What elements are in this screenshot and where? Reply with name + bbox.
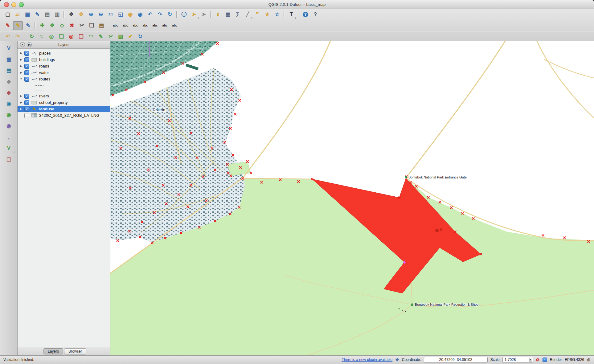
pan-to-selection-button[interactable]: ✥ (76, 10, 86, 19)
zoom-to-layer-button[interactable]: ◉ (136, 10, 145, 19)
current-edits-button[interactable]: ✎▾ (3, 21, 12, 30)
plugin-link[interactable]: There is a new plugin available (342, 358, 392, 362)
split-features-button[interactable]: ✂ (106, 32, 115, 41)
layer-item-water[interactable]: ▶✓water (18, 69, 110, 76)
refresh-map-button[interactable]: ↻ (165, 10, 174, 19)
zoom-button[interactable] (19, 2, 24, 7)
stop-rendering-icon[interactable]: ⊘ (536, 358, 540, 362)
show-bookmarks-button[interactable]: ☆ (272, 10, 282, 19)
paste-features-button[interactable]: ▤ (97, 21, 106, 30)
zoom-next-button[interactable]: ↷ (155, 10, 165, 19)
new-shapefile-layer-button[interactable]: ▢ (3, 154, 14, 164)
add-part-button[interactable]: ❏ (57, 32, 66, 41)
new-project-button[interactable]: ▢ (3, 10, 12, 19)
zoom-full-button[interactable]: ◱ (116, 10, 125, 19)
zoom-last-button[interactable]: ↶ (145, 10, 155, 19)
redo-button[interactable]: ↷ (13, 32, 22, 41)
expand-arrow-icon[interactable]: ▶ (19, 108, 23, 110)
layer-item-3420C_2010_327_RGB_LATLNG[interactable]: 3420C_2010_327_RGB_LATLNG (18, 112, 110, 119)
layer-item-buildings[interactable]: ▶✓buildings (18, 56, 110, 63)
expand-arrow-icon[interactable]: ▶ (19, 95, 23, 97)
layer-item-rivers[interactable]: ▶✓rivers (18, 93, 110, 99)
identify-features-button[interactable]: ⓘ (179, 10, 189, 19)
add-wcs-layer-button[interactable]: ◉ (3, 110, 14, 120)
delete-selected-button[interactable]: ✖ (67, 21, 76, 30)
add-feature-button[interactable]: ✚ (38, 21, 47, 30)
measure-button[interactable]: ╱▾ (243, 10, 252, 19)
expand-arrow-icon[interactable]: ▼ (19, 78, 23, 80)
check-geometries-button[interactable]: ✔ (126, 32, 135, 41)
plugin-icon[interactable]: ❖ (395, 358, 399, 362)
add-delimited-text-layer-button[interactable]: , (3, 132, 14, 142)
new-bookmark-button[interactable]: ★ (263, 10, 272, 19)
layer-item-places[interactable]: ▶✓places (18, 50, 110, 56)
label-show-hide-button[interactable]: abc (170, 21, 179, 30)
layer-visibility-checkbox[interactable]: ✓ (24, 57, 29, 62)
save-project-as-button[interactable]: ✎ (33, 10, 42, 19)
scale-combo[interactable]: 1:7028 ▾ (502, 357, 533, 363)
composer-manager-button[interactable]: ▥ (52, 10, 62, 19)
expand-arrow-icon[interactable]: ▶ (19, 65, 23, 67)
rotate-feature-button[interactable]: ↻ (27, 32, 36, 41)
expand-arrow-icon[interactable]: ▶ (19, 71, 23, 74)
undo-button[interactable]: ↶ (3, 32, 12, 41)
whats-this-button[interactable]: ? (311, 10, 320, 19)
close-button[interactable] (4, 2, 9, 7)
layer-visibility-checkbox[interactable]: ✓ (24, 77, 29, 82)
select-features-button[interactable]: ➤▾ (189, 10, 199, 19)
render-checkbox[interactable]: ✓ (543, 358, 547, 362)
layer-symbology-item[interactable] (18, 82, 110, 88)
panel-close-button[interactable]: ✕ (20, 42, 25, 47)
label-highlight-button[interactable]: abc (131, 21, 140, 30)
crs-status-icon[interactable]: ⊕ (587, 358, 591, 362)
new-composer-button[interactable]: ▤ (43, 10, 52, 19)
tab-layers[interactable]: Layers (43, 348, 63, 354)
label-rotate-button[interactable]: abc (150, 21, 160, 30)
layer-visibility-checkbox[interactable]: ✓ (24, 107, 29, 112)
zoom-actual-button[interactable]: 1:1 (106, 10, 115, 19)
layer-visibility-checkbox[interactable]: ✓ (24, 100, 29, 105)
tab-browser[interactable]: Browser (64, 348, 86, 354)
delete-part-button[interactable]: ❏ (76, 32, 86, 41)
attribute-table-button[interactable]: ▦ (223, 10, 232, 19)
layer-item-school_property[interactable]: ▶✓school_property (18, 99, 110, 106)
layer-visibility-checkbox[interactable]: ✓ (24, 70, 29, 75)
pan-map-button[interactable]: ✥ (67, 10, 76, 19)
add-wfs-layer-button[interactable]: ◉ (3, 121, 14, 131)
merge-features-button[interactable]: ▧ (116, 32, 125, 41)
layer-visibility-checkbox[interactable]: ✓ (24, 94, 29, 99)
reshape-features-button[interactable]: ✎ (96, 32, 105, 41)
add-vector-layer-button[interactable]: V (3, 43, 14, 53)
offset-curve-button[interactable]: ◠ (86, 32, 96, 41)
zoom-out-button[interactable]: ⊖ (96, 10, 105, 19)
expand-arrow-icon[interactable]: ▶ (19, 58, 23, 61)
layer-visibility-checkbox[interactable]: ✓ (24, 64, 29, 69)
layer-visibility-checkbox[interactable]: ✓ (24, 51, 29, 56)
delete-ring-button[interactable]: ◎ (67, 32, 76, 41)
coordinate-input[interactable]: 20.47209,-34.05102 (424, 357, 488, 363)
map-tips-button[interactable]: ❞ (253, 10, 262, 19)
map-canvas[interactable]: RailtonBontebok National Park Entrance G… (110, 41, 594, 356)
zoom-in-button[interactable]: ⊕ (86, 10, 96, 19)
layer-item-roads[interactable]: ▶✓roads (18, 63, 110, 69)
label-change-properties-button[interactable]: abc (160, 21, 170, 30)
text-annotation-button[interactable]: T▾ (287, 10, 296, 19)
select-by-expression-button[interactable]: ε (213, 10, 223, 19)
add-spatialite-layer-button[interactable]: ◆ (3, 77, 14, 86)
labeling-options-button[interactable]: abc (111, 21, 120, 30)
new-layer-menu-button[interactable]: V▾ (3, 143, 14, 153)
layer-visibility-checkbox[interactable] (24, 113, 29, 118)
node-tool-button[interactable]: ◇ (57, 21, 67, 30)
panel-detach-button[interactable]: ◩ (27, 42, 32, 47)
expand-arrow-icon[interactable]: ▶ (19, 101, 23, 104)
add-oracle-layer-button[interactable]: ◆ (3, 88, 14, 97)
zoom-to-selection-button[interactable]: ◉ (126, 10, 135, 19)
field-calculator-button[interactable]: ∑ (233, 10, 242, 19)
add-ring-button[interactable]: ◎ (47, 32, 56, 41)
add-wms-layer-button[interactable]: ◉ (3, 99, 14, 108)
help-contents-button[interactable]: ? (301, 10, 310, 19)
layer-item-landuse[interactable]: ▶✓✎landuse (18, 106, 110, 112)
save-layer-edits-button[interactable]: ✎ (23, 21, 33, 30)
layer-item-routes[interactable]: ▼✓routes (18, 76, 110, 82)
save-project-button[interactable]: ▣ (23, 10, 32, 19)
